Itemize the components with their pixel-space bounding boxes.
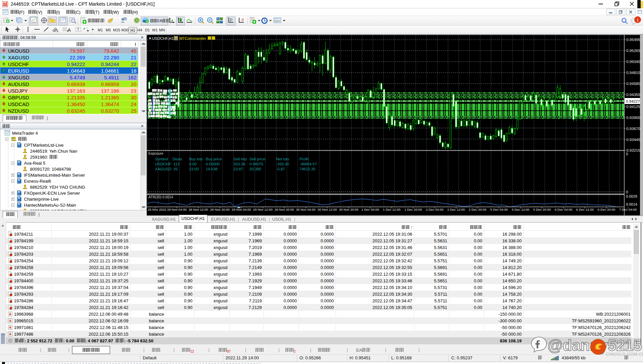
svg-text:112: 112: [173, 162, 179, 166]
svg-text:Deals: Deals: [172, 157, 182, 161]
svg-text:-263.30: -263.30: [276, 162, 289, 166]
svg-text:0.0029: 0.0029: [626, 194, 637, 198]
svg-text:0.93445: 0.93445: [626, 138, 640, 142]
svg-text:Y: Y: [175, 36, 177, 40]
svg-text:0.94125: 0.94125: [626, 105, 640, 109]
svg-text:Buy lots: Buy lots: [189, 157, 203, 161]
svg-text:263.30: 263.30: [233, 162, 245, 166]
svg-text:Sell lots: Sell lots: [233, 157, 247, 161]
svg-text:0.95265: 0.95265: [626, 49, 640, 53]
svg-text:0.95040: 0.95040: [626, 60, 640, 64]
svg-text:T: T: [77, 28, 79, 31]
svg-text:0.94227: 0.94227: [626, 99, 640, 103]
svg-text:23.87: 23.87: [233, 167, 243, 171]
svg-text:USDCHF: USDCHF: [155, 162, 171, 166]
svg-text:0.00000: 0.00000: [206, 162, 220, 166]
svg-text:XAGUSD: XAGUSD: [155, 167, 171, 171]
svg-text:23.00: 23.00: [189, 167, 199, 171]
svg-text:0.93670: 0.93670: [626, 127, 640, 131]
svg-text:Exposure: Exposure: [148, 151, 163, 155]
svg-text:E: E: [57, 30, 58, 32]
svg-text:ATR(20) 0.0014: ATR(20) 0.0014: [148, 195, 173, 199]
svg-text:Symbol: Symbol: [155, 157, 168, 161]
svg-text:Profit: Profit: [299, 157, 309, 161]
svg-text:0.0014: 0.0014: [626, 202, 637, 206]
svg-text:35: 35: [173, 167, 178, 171]
svg-text:Sell price: Sell price: [249, 157, 265, 161]
svg-text:-46804.57: -46804.57: [299, 162, 317, 166]
svg-text:0.95495: 0.95495: [626, 38, 640, 42]
svg-text:-0.87: -0.87: [276, 167, 285, 171]
svg-text:1: 1: [636, 17, 639, 22]
svg-text:0.94076: 0.94076: [249, 162, 263, 166]
svg-text:0: 0: [626, 152, 628, 156]
svg-text:Buy price: Buy price: [206, 157, 222, 161]
svg-text:74622.35: 74622.35: [299, 167, 315, 171]
svg-text:0.94355: 0.94355: [626, 93, 640, 97]
svg-text:0.94580: 0.94580: [626, 82, 640, 86]
svg-text:USDCHF,H1: USDCHF,H1: [152, 36, 174, 40]
svg-text:20.380: 20.380: [249, 167, 261, 171]
svg-text:0.00: 0.00: [189, 162, 196, 166]
svg-text:Net lots: Net lots: [276, 157, 289, 161]
svg-text:0.93900: 0.93900: [626, 116, 640, 120]
svg-text:0.93215: 0.93215: [626, 148, 640, 152]
svg-text:MTCommander: MTCommander: [179, 36, 206, 40]
svg-text:0.94810: 0.94810: [626, 71, 640, 75]
svg-text:0: 0: [626, 190, 628, 194]
svg-text:25 Nov 2022: 25 Nov 2022: [148, 208, 166, 211]
svg-text:19.638: 19.638: [206, 167, 217, 171]
